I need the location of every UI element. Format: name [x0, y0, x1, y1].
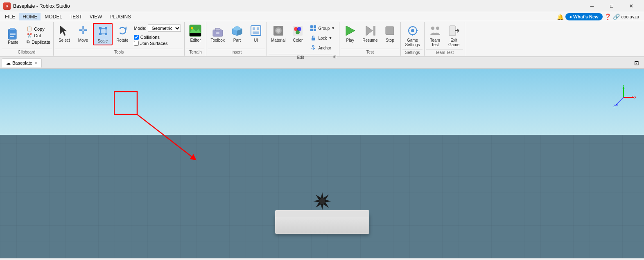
ui-icon	[249, 24, 262, 37]
svg-rect-20	[216, 32, 219, 34]
tools-options: Mode: Geometric Surface Collisions Join …	[132, 23, 183, 47]
collisions-row[interactable]: Collisions	[134, 35, 181, 40]
group-button[interactable]: Group ▼	[307, 24, 337, 33]
resume-button[interactable]: Resume	[360, 23, 380, 44]
anchor-button[interactable]: Anchor	[307, 43, 337, 52]
svg-rect-45	[386, 27, 394, 35]
select-button[interactable]: Select	[55, 23, 73, 44]
rotate-button[interactable]: Rotate	[113, 23, 131, 44]
svg-rect-26	[257, 27, 259, 30]
insert-group: Toolbox Part	[206, 22, 267, 56]
lock-icon	[310, 35, 316, 41]
svg-rect-54	[449, 26, 456, 36]
duplicate-button[interactable]: ⧉ Duplicate	[25, 39, 52, 45]
stop-icon	[383, 24, 396, 37]
group-dropdown-icon: ▼	[331, 26, 335, 30]
rotate-icon	[116, 24, 129, 37]
exit-game-button[interactable]: ExitGame	[445, 23, 463, 48]
menu-test[interactable]: TEST	[66, 13, 86, 20]
svg-point-53	[436, 27, 439, 30]
notification-icon[interactable]: 🔔	[557, 13, 564, 20]
resume-icon	[364, 24, 377, 37]
menu-plugins[interactable]: PLUGINS	[106, 13, 134, 20]
cut-icon: ✂️	[27, 33, 32, 38]
clipboard-actions: 📋 Copy ✂️ Cut ⧉ Duplicate	[25, 26, 52, 45]
stop-button[interactable]: Stop	[381, 23, 399, 44]
play-icon	[343, 24, 357, 37]
menu-model[interactable]: MODEL	[41, 13, 66, 20]
window-controls: ─ □ ✕	[583, 0, 641, 12]
menu-home[interactable]: HOME	[19, 13, 41, 20]
tools-label: Tools	[55, 49, 183, 55]
play-button[interactable]: Play	[341, 23, 359, 44]
toolbox-icon	[211, 24, 224, 37]
test-label: Test	[341, 49, 399, 55]
svg-point-12	[119, 27, 126, 34]
test-group: Play Resume Stop Test	[339, 22, 401, 56]
exit-game-label: ExitGame	[448, 38, 459, 47]
help-icon[interactable]: ❓	[604, 13, 611, 20]
svg-point-17	[191, 27, 193, 29]
cut-button[interactable]: ✂️ Cut	[25, 32, 52, 38]
mode-row: Mode: Geometric Surface	[134, 25, 181, 32]
color-button[interactable]: Color	[289, 23, 307, 44]
game-settings-button[interactable]: GameSettings	[402, 23, 422, 48]
material-button[interactable]: Material	[269, 23, 288, 44]
viewport-maximize-icon[interactable]: ⊡	[631, 59, 642, 67]
duplicate-icon: ⧉	[27, 39, 30, 45]
platform-base	[275, 213, 369, 234]
ui-button[interactable]: UI	[247, 23, 265, 44]
paste-button[interactable]: Paste	[4, 25, 22, 46]
edit-expand-icon[interactable]: ⊞	[332, 55, 337, 59]
svg-text:Z: Z	[613, 104, 616, 108]
menu-view[interactable]: VIEW	[86, 13, 106, 20]
svg-rect-25	[253, 27, 255, 30]
scale-button[interactable]: Scale	[93, 23, 113, 45]
move-button[interactable]: ✛ Move	[74, 23, 92, 44]
collisions-checkbox[interactable]	[134, 35, 139, 40]
exit-game-icon	[447, 24, 461, 37]
join-surfaces-label: Join Surfaces	[140, 41, 168, 46]
paste-section: Paste	[2, 23, 25, 47]
baseplate-tab[interactable]: ☁ Baseplate ×	[2, 58, 42, 67]
editor-button[interactable]: Editor	[186, 23, 204, 44]
svg-rect-38	[314, 29, 316, 31]
maximize-button[interactable]: □	[602, 0, 621, 12]
group-icon	[310, 25, 316, 31]
join-surfaces-row[interactable]: Join Surfaces	[134, 41, 181, 46]
viewport: X Y Z	[0, 69, 644, 258]
menu-file[interactable]: FILE	[2, 13, 18, 20]
copy-button[interactable]: 📋 Copy	[25, 26, 52, 32]
material-icon	[272, 24, 285, 37]
username-label: coolayza	[621, 14, 639, 19]
game-settings-label: GameSettings	[405, 38, 420, 47]
svg-rect-9	[105, 27, 107, 29]
svg-rect-10	[99, 33, 102, 35]
mode-dropdown[interactable]: Geometric Surface	[148, 25, 181, 32]
svg-rect-24	[251, 26, 261, 36]
minimize-button[interactable]: ─	[583, 0, 601, 12]
svg-rect-39	[312, 38, 315, 40]
roblox-logo-icon: R	[3, 2, 11, 10]
team-test-button[interactable]: TeamTest	[426, 23, 444, 48]
svg-marker-62	[632, 96, 634, 99]
share-icon[interactable]: 🔗	[613, 13, 620, 20]
toolbox-button[interactable]: Toolbox	[208, 23, 227, 44]
color-icon	[291, 24, 304, 37]
baseplate-tab-close[interactable]: ×	[35, 61, 37, 65]
mode-label: Mode:	[134, 26, 147, 31]
svg-rect-1	[10, 28, 15, 30]
lock-dropdown-icon: ▼	[329, 36, 332, 40]
terrain-group: Editor Terrain	[185, 22, 206, 56]
svg-rect-2	[10, 33, 16, 34]
lock-button[interactable]: Lock ▼	[307, 34, 337, 43]
svg-point-30	[276, 29, 280, 33]
part-button[interactable]: Part	[228, 23, 246, 44]
tools-group: Select ✛ Move	[54, 22, 185, 56]
svg-rect-8	[99, 27, 102, 29]
close-button[interactable]: ✕	[622, 0, 641, 12]
settings-group: GameSettings Settings	[401, 22, 424, 56]
whats-new-button[interactable]: ● What's New	[565, 13, 603, 20]
collisions-label: Collisions	[140, 35, 160, 40]
join-surfaces-checkbox[interactable]	[134, 41, 139, 46]
